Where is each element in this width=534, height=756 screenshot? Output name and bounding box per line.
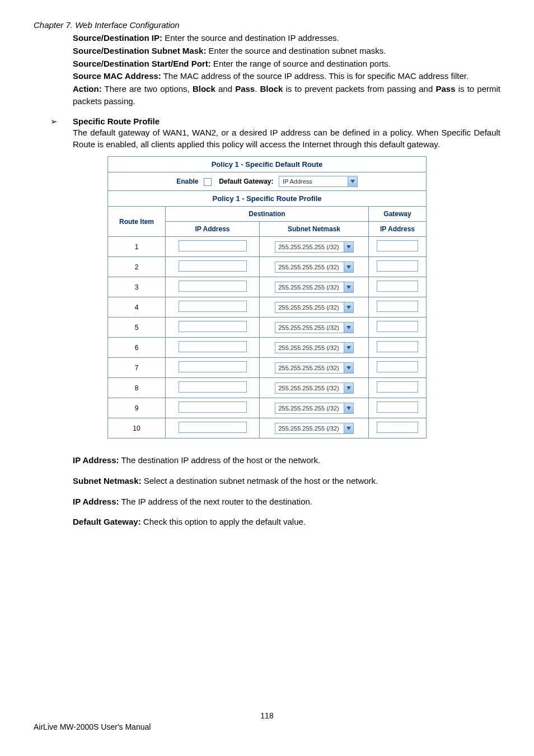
- subnet-select[interactable]: 255.255.255.255 (/32): [275, 241, 354, 253]
- svg-marker-0: [350, 180, 355, 183]
- dest-ip-cell: [166, 237, 260, 257]
- chevron-down-icon: [344, 262, 353, 272]
- text-src-dest-mask: Enter the source and destination subnet …: [206, 46, 386, 55]
- text-action-4: is to prevent packets from passing and: [283, 84, 435, 94]
- section-body: The default gateway of WAN1, WAN2, or a …: [73, 127, 500, 151]
- subnet-select[interactable]: 255.255.255.255 (/32): [275, 262, 354, 273]
- subnet-value: 255.255.255.255 (/32): [275, 244, 344, 250]
- gateway-ip-cell: [369, 257, 427, 277]
- text-action-3: .: [255, 84, 260, 94]
- svg-marker-6: [346, 346, 351, 349]
- dest-ip-input[interactable]: [179, 381, 247, 393]
- gateway-ip-input[interactable]: [377, 260, 418, 272]
- chevron-down-icon: [344, 423, 353, 433]
- dest-ip-cell: [166, 418, 260, 438]
- table-header-route-profile: Policy 1 - Specific Route Profile: [108, 191, 427, 207]
- svg-marker-8: [346, 386, 351, 390]
- svg-marker-4: [346, 306, 351, 309]
- subnet-cell: 255.255.255.255 (/32): [260, 418, 369, 438]
- dest-ip-input[interactable]: [179, 281, 247, 292]
- chevron-down-icon: [344, 403, 353, 413]
- dest-ip-cell: [166, 277, 260, 297]
- chapter-title: Chapter 7. Web Interface Configuration: [34, 20, 500, 30]
- dest-ip-input[interactable]: [179, 240, 247, 251]
- gateway-ip-cell: [369, 237, 427, 257]
- table-header-default-route: Policy 1 - Specific Default Route: [108, 157, 427, 172]
- gateway-ip-input[interactable]: [377, 321, 418, 332]
- dest-ip-input[interactable]: [179, 321, 247, 332]
- subnet-value: 255.255.255.255 (/32): [275, 304, 344, 311]
- gateway-ip-input[interactable]: [377, 361, 418, 372]
- text-action-2: and: [216, 84, 235, 94]
- subnet-select[interactable]: 255.255.255.255 (/32): [275, 342, 354, 353]
- chevron-down-icon: [344, 282, 353, 292]
- subnet-cell: 255.255.255.255 (/32): [260, 358, 369, 378]
- dest-ip-cell: [166, 338, 260, 358]
- subnet-value: 255.255.255.255 (/32): [275, 324, 344, 331]
- gateway-ip-input[interactable]: [377, 422, 418, 433]
- chevron-down-icon: [344, 363, 353, 373]
- subnet-select[interactable]: 255.255.255.255 (/32): [275, 282, 354, 293]
- label-block-1: Block: [193, 84, 216, 94]
- subnet-select[interactable]: 255.255.255.255 (/32): [275, 362, 354, 374]
- table-row: 10255.255.255.255 (/32): [108, 418, 427, 438]
- subnet-select[interactable]: 255.255.255.255 (/32): [275, 423, 354, 434]
- svg-marker-5: [346, 326, 351, 329]
- subnet-value: 255.255.255.255 (/32): [275, 405, 344, 412]
- dest-ip-input[interactable]: [179, 361, 247, 372]
- text-default-gateway: Check this option to apply the default v…: [141, 517, 306, 526]
- label-src-dest-mask: Source/Destination Subnet Mask:: [73, 46, 206, 55]
- chevron-down-icon: [348, 176, 357, 186]
- dest-ip-cell: [166, 297, 260, 318]
- chevron-down-icon: [344, 323, 353, 333]
- subnet-value: 255.255.255.255 (/32): [275, 284, 344, 291]
- text-action-1: There are two options,: [102, 84, 193, 94]
- subnet-cell: 255.255.255.255 (/32): [260, 257, 369, 277]
- subnet-value: 255.255.255.255 (/32): [275, 344, 344, 351]
- gateway-ip-input[interactable]: [377, 281, 418, 292]
- dest-ip-input[interactable]: [179, 402, 247, 413]
- table-row: 5255.255.255.255 (/32): [108, 318, 427, 338]
- dest-ip-input[interactable]: [179, 341, 247, 352]
- manual-title: AirLive MW-2000S User's Manual: [34, 722, 500, 731]
- gateway-ip-input[interactable]: [377, 381, 418, 393]
- gateway-ip-input[interactable]: [377, 402, 418, 413]
- label-block-2: Block: [260, 84, 283, 94]
- table-row: 7255.255.255.255 (/32): [108, 358, 427, 378]
- table-row: 1255.255.255.255 (/32): [108, 237, 427, 257]
- gateway-ip-cell: [369, 358, 427, 378]
- text-ip-address-1: The destination IP address of the host o…: [119, 455, 321, 465]
- subnet-select[interactable]: 255.255.255.255 (/32): [275, 302, 354, 313]
- label-subnet-netmask: Subnet Netmask:: [73, 476, 142, 486]
- chevron-down-icon: [344, 302, 353, 312]
- route-item-number: 5: [108, 318, 166, 338]
- dest-ip-input[interactable]: [179, 422, 247, 433]
- gateway-ip-cell: [369, 378, 427, 398]
- subnet-select[interactable]: 255.255.255.255 (/32): [275, 382, 354, 394]
- section-title: Specific Route Profile: [73, 116, 160, 126]
- default-gateway-select[interactable]: IP Address: [279, 176, 358, 187]
- subnet-select[interactable]: 255.255.255.255 (/32): [275, 403, 354, 414]
- table-row: 3255.255.255.255 (/32): [108, 277, 427, 297]
- route-item-number: 4: [108, 297, 166, 318]
- label-src-mac: Source MAC Address:: [73, 71, 161, 81]
- subnet-value: 255.255.255.255 (/32): [275, 264, 344, 270]
- gateway-ip-input[interactable]: [377, 240, 418, 251]
- col-gateway: Gateway: [369, 207, 427, 222]
- gateway-ip-cell: [369, 338, 427, 358]
- col-route-item: Route Item: [108, 207, 166, 237]
- intro-block: Source/Destination IP: Enter the source …: [73, 32, 500, 108]
- enable-checkbox[interactable]: [204, 178, 212, 186]
- gateway-ip-input[interactable]: [377, 301, 418, 312]
- default-gateway-label: Default Gateway:: [219, 178, 273, 185]
- svg-marker-9: [346, 407, 351, 410]
- subnet-select[interactable]: 255.255.255.255 (/32): [275, 322, 354, 333]
- label-default-gateway: Default Gateway:: [73, 517, 141, 526]
- subnet-cell: 255.255.255.255 (/32): [260, 378, 369, 398]
- dest-ip-cell: [166, 318, 260, 338]
- gateway-ip-input[interactable]: [377, 341, 418, 352]
- gateway-ip-cell: [369, 398, 427, 418]
- dest-ip-cell: [166, 398, 260, 418]
- dest-ip-input[interactable]: [179, 301, 247, 312]
- dest-ip-input[interactable]: [179, 260, 247, 272]
